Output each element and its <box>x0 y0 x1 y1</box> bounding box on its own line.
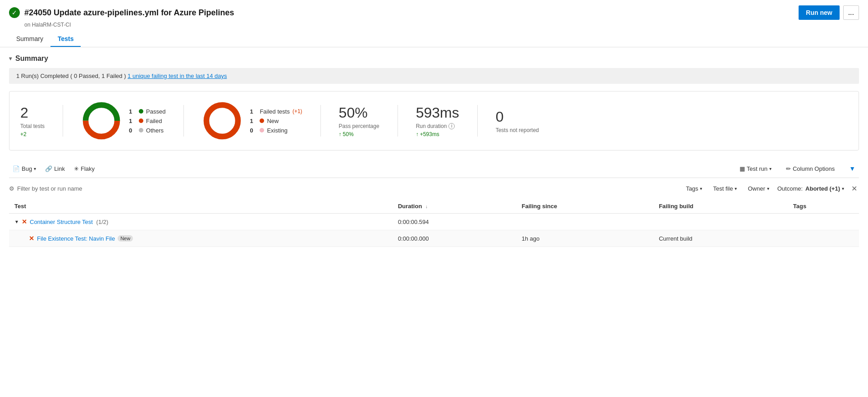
link-icon: 🔗 <box>45 165 52 172</box>
expand-button[interactable]: ▾ <box>14 219 19 225</box>
test-tags <box>788 214 859 230</box>
pass-up-arrow: ↑ <box>339 131 342 137</box>
test-run-icon: ▦ <box>740 165 745 172</box>
col-failing-since[interactable]: Failing since <box>516 199 653 214</box>
others-dot <box>139 128 143 132</box>
banner-link[interactable]: 1 unique failing test in the last 14 day… <box>128 73 227 79</box>
tab-tests[interactable]: Tests <box>50 32 81 47</box>
run-duration-value: 593ms <box>416 105 459 121</box>
subtest-name: File Existence Test: Navin File <box>37 235 115 242</box>
failed-breakdown-legend: 1 Failed tests (+1) 1 New 0 Existing <box>250 108 302 134</box>
failed-count: 1 <box>129 118 136 124</box>
header-subtitle: on HalaRM-CST-CI <box>24 22 859 28</box>
test-name-cell: ▾ ✕ Container Structure Test (1/2) <box>9 214 393 230</box>
pass-fail-legend: 1 Passed 1 Failed 0 Others <box>129 108 165 134</box>
owner-chevron-icon: ▾ <box>767 186 769 191</box>
tags-chevron-icon: ▾ <box>700 186 702 191</box>
test-name-content: ▾ ✕ Container Structure Test (1/2) <box>14 218 387 225</box>
flaky-icon: ✳ <box>74 165 79 172</box>
outcome-chevron-icon: ▾ <box>842 186 844 191</box>
failed-dot <box>139 119 143 123</box>
pass-fail-donut-section: 1 Passed 1 Failed 0 Others <box>81 100 165 141</box>
duration-change-value: +593ms <box>420 131 439 137</box>
more-button[interactable]: ... <box>843 5 859 20</box>
column-options-label: Column Options <box>793 165 835 172</box>
not-reported-label: Tests not reported <box>496 127 539 133</box>
flaky-label: Flaky <box>81 165 95 172</box>
col-failing-build[interactable]: Failing build <box>653 199 788 214</box>
filter-button[interactable]: ▼ <box>845 163 859 174</box>
page-header: ✓ #24050 Update azure-pipelines.yml for … <box>0 0 868 47</box>
filter-placeholder[interactable]: Filter by test or run name <box>17 185 82 192</box>
col-test-label: Test <box>14 203 26 210</box>
duration-up-arrow: ↑ <box>416 131 419 137</box>
divider-1 <box>63 105 63 137</box>
header-title: ✓ #24050 Update azure-pipelines.yml for … <box>9 7 234 18</box>
tags-filter[interactable]: Tags ▾ <box>683 184 705 193</box>
run-duration-block: 593ms Run duration i ↑ +593ms <box>416 105 459 137</box>
pass-percentage-label: Pass percentage <box>339 123 379 129</box>
divider-2 <box>183 105 184 137</box>
pass-percentage-block: 50% Pass percentage ↑ 50% <box>339 105 379 137</box>
bug-button[interactable]: 📄 Bug ▾ <box>9 164 40 174</box>
tab-summary[interactable]: Summary <box>9 32 50 47</box>
new-legend-item: 1 New <box>250 118 302 124</box>
test-duration: 0:00:00.594 <box>393 214 516 230</box>
run-new-button[interactable]: Run new <box>799 5 839 20</box>
subtest-duration: 0:00:00.000 <box>393 230 516 247</box>
not-reported-block: 0 Tests not reported <box>496 109 539 133</box>
test-run-label: Test run <box>747 165 767 172</box>
subtest-failing-since: 1h ago <box>516 230 653 247</box>
outcome-label: Outcome: <box>777 185 803 192</box>
fail-icon: ✕ <box>29 235 34 242</box>
outcome-filter[interactable]: Outcome: Aborted (+1) ▾ <box>777 185 844 192</box>
col-failing-build-label: Failing build <box>659 203 694 210</box>
test-run-chevron: ▾ <box>769 166 772 171</box>
col-tags[interactable]: Tags <box>788 199 859 214</box>
test-file-label: Test file <box>713 185 733 192</box>
table-header: Test Duration ↓ Failing since Failing bu… <box>9 199 859 214</box>
link-button[interactable]: 🔗 Link <box>41 164 69 174</box>
failed-tests-legend-item: 1 Failed tests (+1) <box>250 108 302 115</box>
subtest-tags <box>788 230 859 247</box>
column-options-button[interactable]: ✏ Column Options <box>782 164 838 174</box>
pass-change: ↑ 50% <box>339 131 379 137</box>
column-options-icon: ✏ <box>786 165 791 172</box>
passed-count: 1 <box>129 108 136 115</box>
others-legend-item: 0 Others <box>129 127 165 134</box>
test-failing-build <box>653 214 788 230</box>
new-badge: New <box>118 235 133 242</box>
col-duration[interactable]: Duration ↓ <box>393 199 516 214</box>
existing-legend-item: 0 Existing <box>250 127 302 134</box>
others-label: Others <box>146 127 164 134</box>
not-reported-value: 0 <box>496 109 539 125</box>
failed-legend-item: 1 Failed <box>129 118 165 124</box>
summary-section-header[interactable]: ▾ Summary <box>9 55 859 63</box>
filter-icon: ▼ <box>849 165 855 172</box>
page-title: #24050 Update azure-pipelines.yml for Az… <box>24 8 234 18</box>
svg-point-4 <box>206 105 238 137</box>
page-content: ▾ Summary 1 Run(s) Completed ( 0 Passed,… <box>0 47 868 254</box>
pass-fail-donut-svg <box>81 100 122 141</box>
tab-bar: Summary Tests <box>9 32 859 47</box>
tags-label: Tags <box>686 185 698 192</box>
col-tags-label: Tags <box>793 203 806 210</box>
test-file-filter[interactable]: Test file ▾ <box>710 184 740 193</box>
toolbar-right: ▦ Test run ▾ ✏ Column Options ▼ <box>736 163 859 174</box>
link-label: Link <box>54 165 65 172</box>
clear-filter-button[interactable]: ✕ <box>850 184 859 193</box>
owner-filter[interactable]: Owner ▾ <box>745 184 772 193</box>
col-test[interactable]: Test <box>9 199 393 214</box>
test-link[interactable]: Container Structure Test (1/2) <box>30 219 108 225</box>
failed-donut <box>202 100 242 141</box>
filter-funnel-icon: ⚙ <box>9 185 14 192</box>
test-run-button[interactable]: ▦ Test run ▾ <box>736 164 775 174</box>
bug-chevron-icon: ▾ <box>34 166 36 171</box>
subtest-link[interactable]: File Existence Test: Navin File <box>37 235 115 242</box>
test-name-suffix: (1/2) <box>96 219 109 225</box>
col-failing-since-label: Failing since <box>521 203 557 210</box>
divider-3 <box>320 105 321 137</box>
failed-donut-svg <box>202 100 242 141</box>
info-banner: 1 Run(s) Completed ( 0 Passed, 1 Failed … <box>9 68 859 84</box>
flaky-button[interactable]: ✳ Flaky <box>70 164 98 174</box>
